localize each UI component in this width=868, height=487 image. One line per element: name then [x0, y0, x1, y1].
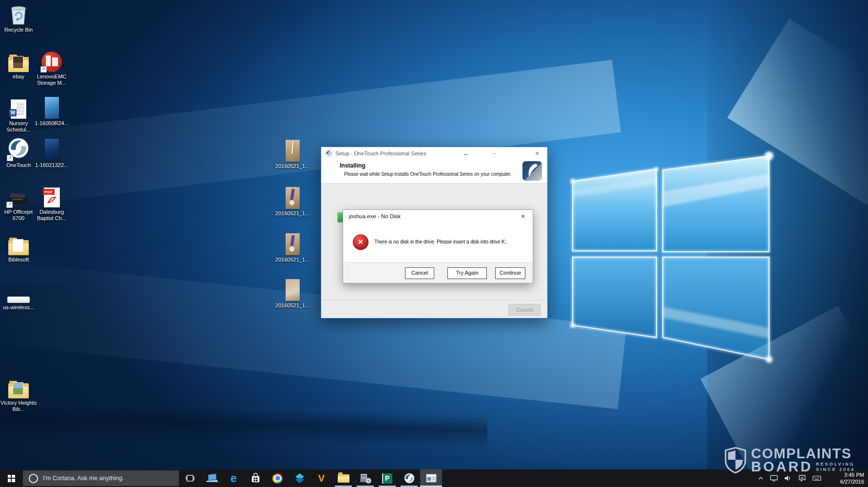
photo-thumbnail-icon [286, 233, 300, 255]
tray-monitor-icon[interactable] [770, 475, 778, 482]
desktop-icon-label: 1-16021322... [35, 162, 68, 169]
tray-touch-keyboard-icon[interactable] [812, 475, 821, 481]
cancel-button[interactable]: Cancel [405, 267, 434, 279]
onetouch-swirl-icon: ↗ [8, 138, 29, 161]
error-icon: × [353, 234, 368, 250]
cortana-icon [29, 474, 38, 483]
error-message: There is no disk in the drive. Please in… [374, 239, 507, 244]
photo-thumbnail-icon [286, 187, 300, 209]
scanner-device-icon [360, 472, 371, 484]
pc-icon [206, 473, 218, 484]
desktop-icon-dalesburg-pdf[interactable]: PDF Dalesburg Baptist Ch... [32, 185, 71, 222]
taskbar-app-publisher[interactable]: P [376, 469, 398, 487]
desktop-icon-label: 20160521_1... [275, 302, 309, 309]
setup-window-icon [426, 474, 437, 483]
printer-icon: ↗ [7, 185, 30, 207]
task-view-button[interactable] [180, 469, 200, 487]
setup-header: Installing Please wait while Setup insta… [321, 159, 547, 184]
close-icon[interactable]: × [517, 211, 529, 222]
setup-footer: Cancel [321, 300, 547, 318]
setup-heading: Installing [340, 162, 366, 169]
clock-date: 6/27/2016 [840, 478, 864, 485]
taskbar-app-setup-active[interactable] [420, 469, 442, 487]
windows-logo-icon [8, 475, 15, 482]
edge-icon: e [231, 473, 237, 484]
onetouch-swirl-icon [404, 473, 415, 484]
store-icon [250, 473, 261, 484]
desktop-icon-label: Biblesoft [8, 257, 29, 263]
taskbar-app-pc[interactable] [201, 469, 223, 487]
setup-title-bar: Setup - OneTouch Professional Series ↔ –… [321, 147, 547, 159]
minimize-button[interactable]: – [487, 147, 502, 159]
search-placeholder-text: I'm Cortana. Ask me anything. [43, 475, 124, 482]
pdf-document-icon: PDF [44, 185, 60, 207]
photo-thumbnail-icon [286, 279, 300, 301]
ebay-folder-icon [8, 50, 29, 72]
cortana-search-box[interactable]: I'm Cortana. Ask me anything. [23, 470, 179, 486]
photo-thumbnail-icon [45, 138, 59, 161]
tray-action-center-icon[interactable] [798, 474, 806, 482]
publisher-icon: P [382, 473, 392, 484]
taskbar-app-scanner[interactable] [354, 469, 376, 487]
desktop-icon-label: ebay [13, 74, 24, 80]
desktop-icon-photo-20160521-4[interactable]: 20160521_1... [273, 279, 312, 309]
error-dialog-title: joshua.exe - No Disk [349, 213, 401, 219]
desktop-icon-label: 1-16050R24... [35, 120, 69, 127]
no-disk-error-dialog: joshua.exe - No Disk × × There is no dis… [343, 209, 533, 283]
file-explorer-icon [338, 474, 349, 483]
taskbar-app-file-explorer[interactable] [332, 469, 354, 487]
freemake-v-icon: V [318, 473, 325, 483]
shortcut-arrow-icon: ↗ [40, 66, 47, 73]
lenovo-emc-icon: ↗ [41, 50, 62, 72]
desktop-icon-label: 20160521_1... [275, 163, 309, 169]
gem-diamond-icon [294, 473, 305, 484]
continue-button[interactable]: Continue [495, 267, 525, 279]
biblesoft-folder-icon [8, 233, 29, 255]
desktop-icon-photo-20160521-1[interactable]: 20160521_1... [273, 139, 312, 169]
desktop-icon-lenovo-emc[interactable]: ↗ LenovoEMC Storage M... [32, 50, 71, 86]
tray-volume-icon[interactable] [784, 475, 792, 482]
tray-chevron-up-icon[interactable] [758, 476, 764, 480]
taskbar-app-onetouch[interactable] [398, 469, 420, 487]
taskbar-apps: e V [201, 469, 442, 487]
taskbar-app-edge[interactable]: e [223, 469, 245, 487]
try-again-button[interactable]: Try Again [447, 267, 487, 279]
desktop-icon-label: Victory Heights Bib... [0, 400, 38, 412]
resize-icon: ↔ [459, 147, 473, 159]
task-view-icon [185, 474, 195, 482]
taskbar-app-store[interactable] [245, 469, 267, 487]
desktop-icon-label: 20160521_1... [275, 257, 309, 263]
desktop-icon-us-wireless[interactable]: us-wireless... [0, 290, 38, 311]
desktop-icon-label: us-wireless... [3, 304, 34, 311]
setup-app-icon [325, 150, 332, 157]
chrome-icon [272, 473, 283, 484]
error-dialog-footer: Cancel Try Again Continue [343, 262, 533, 283]
desktop-icon-victory-heights[interactable]: Victory Heights Bib... [0, 376, 38, 412]
desktop-icon-label: Dalesburg Baptist Ch... [32, 209, 71, 222]
windows-desktop: Recycle Bin ebay ↗ LenovoEMC Storage M..… [0, 0, 868, 487]
start-button[interactable] [0, 469, 22, 487]
desktop-icon-photo-20160521-2[interactable]: 20160521_1... [273, 187, 312, 217]
windows-logo-wallpaper [560, 144, 780, 370]
victory-folder-icon [8, 376, 29, 398]
close-button[interactable]: × [530, 147, 544, 159]
taskbar-app-gem[interactable] [289, 469, 310, 487]
setup-window-title: Setup - OneTouch Professional Series [335, 150, 426, 156]
desktop-icon-biblesoft[interactable]: Biblesoft [0, 233, 38, 263]
photo-thumbnail-icon [45, 96, 59, 119]
taskbar-clock[interactable]: 3:45 PM 6/27/2016 [840, 471, 864, 485]
taskbar-app-freemake[interactable]: V [310, 469, 332, 487]
recycle-bin-icon [9, 3, 28, 25]
desktop-icon-photo-20160521-3[interactable]: 20160521_1... [273, 233, 312, 263]
word-document-icon: W [11, 96, 26, 119]
desktop-icon-photo-16021[interactable]: 1-16021322... [32, 138, 71, 169]
setup-subtitle: Please wait while Setup installs OneTouc… [344, 171, 522, 177]
system-tray [758, 469, 821, 487]
setup-cancel-button-disabled: Cancel [508, 304, 540, 316]
desktop-icon-label: OneTouch [6, 162, 31, 169]
desktop-icon-label: 20160521_1... [275, 210, 309, 217]
desktop-icon-photo-16050[interactable]: 1-16050R24... [32, 96, 71, 127]
desktop-icon-recycle-bin[interactable]: Recycle Bin [0, 3, 38, 33]
shortcut-arrow-icon: ↗ [7, 155, 13, 161]
taskbar-app-chrome[interactable] [267, 469, 289, 487]
